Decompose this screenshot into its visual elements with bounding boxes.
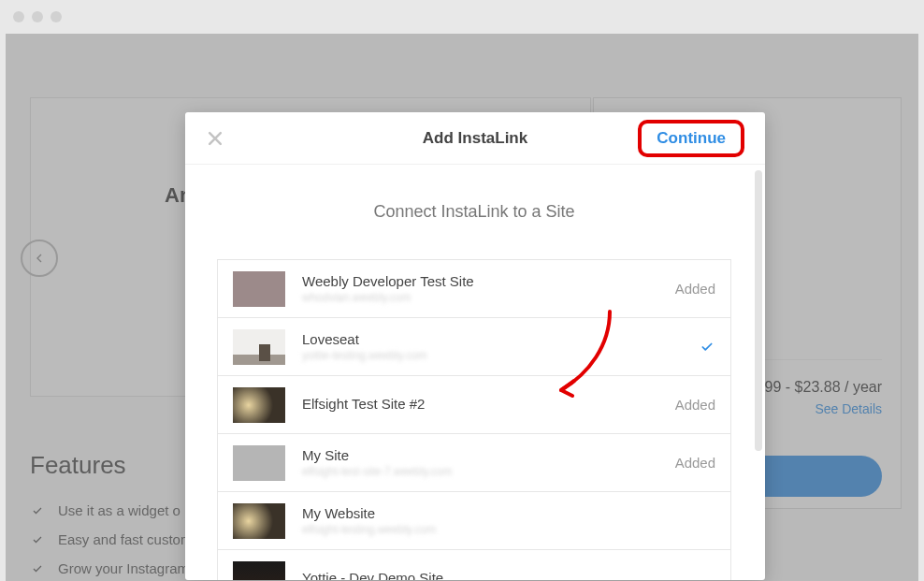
site-thumbnail [233,561,285,581]
traffic-light-minimize[interactable] [32,11,43,22]
site-name: My Site [302,447,658,463]
site-list: Weebly Developer Test Site whodvian.weeb… [217,259,731,580]
site-thumbnail [233,329,285,365]
site-thumbnail [233,503,285,539]
add-instalink-modal: Add InstaLink Continue Connect InstaLink… [185,112,765,580]
site-name: Loveseat [302,331,682,347]
site-url: yottie-testing.weebly.com [302,349,682,362]
selected-check-icon [699,341,715,354]
close-icon [206,129,224,148]
site-row[interactable]: My Site elfsight-test-site-7.weebly.com … [218,434,730,492]
close-button[interactable] [206,129,224,148]
window-title-bar [0,0,924,34]
continue-button[interactable]: Continue [638,120,744,157]
site-name: Elfsight Test Site #2 [302,396,658,412]
traffic-light-zoom[interactable] [51,11,62,22]
site-row[interactable]: Loveseat yottie-testing.weebly.com [218,318,730,376]
site-name: My Website [302,505,715,521]
site-name: Weebly Developer Test Site [302,273,658,289]
site-row[interactable]: My Website elfsight-testing.weebly.com [218,492,730,550]
modal-title: Add InstaLink [423,129,527,148]
modal-scroll-area[interactable]: Connect InstaLink to a Site Weebly Devel… [185,165,763,580]
site-status-added: Added [675,281,715,297]
site-url: whodvian.weebly.com [302,291,658,304]
scrollbar[interactable] [755,170,762,451]
site-row[interactable]: Yottie - Dev Demo Site [218,550,730,580]
site-status-added: Added [675,455,715,471]
site-thumbnail [233,445,285,481]
site-thumbnail [233,387,285,423]
site-thumbnail [233,271,285,307]
site-url: elfsight-test-site-7.weebly.com [302,465,658,478]
site-status-added: Added [675,397,715,413]
site-row[interactable]: Elfsight Test Site #2 Added [218,376,730,434]
site-row[interactable]: Weebly Developer Test Site whodvian.weeb… [218,260,730,318]
traffic-light-close[interactable] [13,11,24,22]
site-name: Yottie - Dev Demo Site [302,570,715,580]
site-url: elfsight-testing.weebly.com [302,523,715,536]
modal-subtitle: Connect InstaLink to a Site [185,202,763,222]
